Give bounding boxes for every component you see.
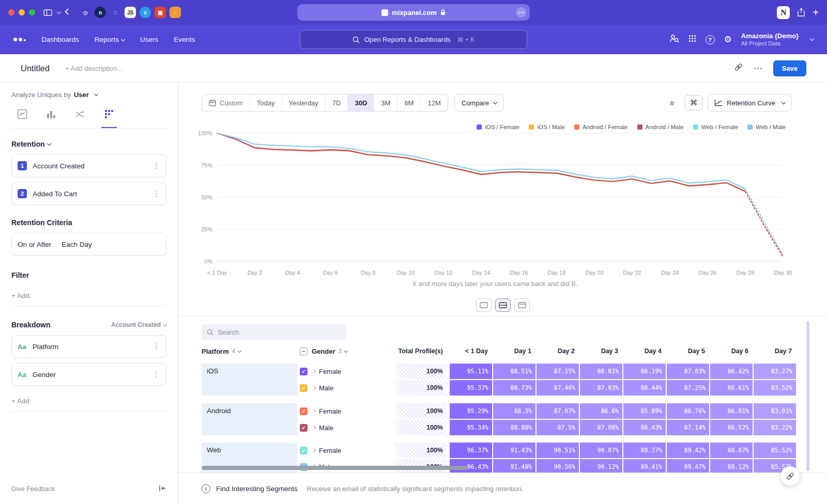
kebab-menu-icon[interactable]: ⋮ bbox=[152, 161, 160, 170]
nav-item-events[interactable]: Events bbox=[174, 36, 195, 43]
share-link-fab[interactable] bbox=[780, 466, 800, 486]
chart-type-dropdown[interactable]: Retention Curve bbox=[708, 94, 792, 112]
zoom-window-icon[interactable] bbox=[29, 9, 35, 15]
vertical-scrollbar[interactable] bbox=[806, 321, 809, 471]
criteria-selector[interactable]: On or After Each Day bbox=[11, 233, 166, 256]
page-options-icon[interactable]: ⋯ bbox=[516, 7, 526, 18]
split-view-icon[interactable] bbox=[495, 298, 511, 312]
tab-retention[interactable] bbox=[101, 108, 117, 128]
c-extension-icon[interactable]: c bbox=[140, 7, 151, 18]
url-text: mixpanel.com bbox=[392, 9, 437, 17]
tab-insights[interactable] bbox=[14, 108, 30, 128]
range-12m[interactable]: 12M bbox=[420, 94, 447, 111]
expand-row-icon[interactable] bbox=[312, 386, 316, 390]
series-checkbox[interactable]: ✓ bbox=[300, 384, 308, 392]
js-extension-icon[interactable]: JS bbox=[125, 7, 136, 18]
nav-item-users[interactable]: Users bbox=[140, 36, 158, 43]
tab-flows[interactable] bbox=[72, 108, 88, 128]
account-switcher[interactable]: Amazonia {Demo} All Project Data bbox=[741, 32, 799, 48]
n-extension-icon[interactable]: n bbox=[95, 7, 106, 18]
copy-link-icon[interactable] bbox=[734, 62, 743, 74]
kebab-menu-icon[interactable]: ⋮ bbox=[152, 342, 160, 351]
series-checkbox[interactable]: ✓ bbox=[300, 407, 308, 415]
range-yesterday[interactable]: Yesterday bbox=[282, 94, 325, 111]
notion-extension-icon[interactable]: N bbox=[777, 6, 790, 19]
platform-column-header[interactable]: Platform4 bbox=[202, 343, 297, 359]
add-filter-button[interactable]: + Add bbox=[11, 286, 166, 306]
close-window-icon[interactable] bbox=[8, 9, 14, 15]
kebab-menu-icon[interactable]: ⋮ bbox=[152, 370, 160, 379]
breakdown-card-platform[interactable]: AaPlatform⋮ bbox=[11, 335, 166, 358]
back-icon[interactable] bbox=[66, 11, 70, 14]
series-checkbox[interactable]: ✓ bbox=[300, 447, 308, 454]
horizontal-scrollbar[interactable] bbox=[202, 466, 468, 470]
give-feedback-link[interactable]: Give Feedback bbox=[11, 485, 55, 493]
series-checkbox[interactable]: ✓ bbox=[300, 424, 308, 432]
chart-only-view-icon[interactable] bbox=[476, 298, 492, 312]
nav-item-reports[interactable]: Reports bbox=[95, 36, 125, 43]
annotations-icon[interactable]: # bbox=[664, 95, 680, 111]
layout-toggle bbox=[476, 298, 530, 312]
mixpanel-logo-icon[interactable] bbox=[13, 38, 26, 41]
range-6m[interactable]: 6M bbox=[397, 94, 420, 111]
help-icon[interactable]: ? bbox=[706, 35, 715, 44]
tab-chevron-icon[interactable] bbox=[57, 12, 60, 13]
criteria-interval[interactable]: Each Day bbox=[62, 241, 92, 248]
breakdown-target-selector[interactable]: Account Created bbox=[111, 321, 166, 328]
step-card-added-to-cart[interactable]: 2Added To Cart⋮ bbox=[11, 182, 166, 205]
minimize-window-icon[interactable] bbox=[19, 9, 25, 15]
save-button[interactable]: Save bbox=[773, 60, 806, 76]
kebab-menu-icon[interactable]: ⋮ bbox=[152, 189, 160, 198]
search-icon bbox=[207, 329, 213, 336]
retention-cell: 86.76% bbox=[667, 403, 709, 419]
expand-row-icon[interactable] bbox=[312, 409, 316, 413]
global-search[interactable]: Open Reports & Dashboards ⌘ + K bbox=[300, 30, 527, 49]
more-options-icon[interactable]: ⋯ bbox=[754, 63, 763, 74]
expand-row-icon[interactable] bbox=[312, 369, 316, 373]
svg-text:75%: 75% bbox=[201, 162, 212, 168]
user-lookup-icon[interactable] bbox=[669, 34, 679, 45]
compare-button[interactable]: Compare bbox=[454, 94, 504, 112]
breakdown-card-gender[interactable]: AaGender⋮ bbox=[11, 363, 166, 386]
analyze-entity-selector[interactable]: User bbox=[74, 91, 89, 99]
step-card-account-created[interactable]: 1Account Created⋮ bbox=[11, 154, 166, 177]
table-only-view-icon[interactable] bbox=[514, 298, 530, 312]
settings-gear-icon[interactable]: ⚙ bbox=[724, 35, 732, 44]
new-tab-icon[interactable]: + bbox=[813, 7, 819, 18]
select-all-checkbox[interactable]: − bbox=[300, 348, 308, 355]
range-today[interactable]: Today bbox=[250, 94, 282, 111]
add-breakdown-button[interactable]: + Add bbox=[11, 391, 166, 412]
svg-text:Day 20: Day 20 bbox=[586, 270, 604, 276]
range-custom[interactable]: Custom bbox=[202, 94, 250, 111]
red-extension-icon[interactable]: ▣ bbox=[155, 7, 166, 18]
address-bar[interactable]: mixpanel.com ⋯ bbox=[297, 4, 530, 21]
table-search-input[interactable]: Search bbox=[202, 324, 346, 340]
report-title[interactable]: Untitled bbox=[21, 64, 50, 73]
series-checkbox[interactable]: ✓ bbox=[300, 368, 308, 375]
range-3m[interactable]: 3M bbox=[374, 94, 397, 111]
collapse-sidebar-icon[interactable] bbox=[159, 484, 166, 494]
tab-funnels[interactable] bbox=[43, 108, 59, 128]
range-30d[interactable]: 30D bbox=[347, 94, 374, 111]
platform-group-android[interactable]: Android bbox=[202, 403, 297, 435]
share-icon[interactable] bbox=[797, 8, 805, 17]
apps-grid-icon[interactable] bbox=[688, 35, 696, 44]
package-extension-icon[interactable]: □ bbox=[110, 7, 121, 18]
retention-cell: 83.01% bbox=[754, 403, 796, 419]
platform-group-ios[interactable]: iOS bbox=[202, 364, 297, 396]
shortcuts-icon[interactable]: ⌘ bbox=[685, 95, 702, 111]
segment-row-ios-female: ✓Female bbox=[300, 364, 393, 379]
retention-section-label[interactable]: Retention bbox=[11, 140, 45, 148]
expand-row-icon[interactable] bbox=[312, 426, 316, 430]
browser-sidebar-icon[interactable] bbox=[43, 9, 52, 16]
add-description[interactable]: + Add description... bbox=[65, 65, 122, 72]
orange-extension-icon[interactable]: ▫ bbox=[170, 7, 181, 18]
find-segments-title[interactable]: Find Interesting Segments bbox=[216, 485, 298, 493]
table-divider bbox=[178, 316, 827, 317]
range-7d[interactable]: 7D bbox=[325, 94, 348, 111]
expand-row-icon[interactable] bbox=[312, 448, 316, 452]
history-extension-icon[interactable]: ◷ bbox=[80, 7, 91, 18]
retention-cell: 91.43% bbox=[493, 443, 535, 458]
nav-item-dashboards[interactable]: Dashboards bbox=[41, 36, 79, 43]
criteria-mode[interactable]: On or After bbox=[18, 241, 51, 248]
